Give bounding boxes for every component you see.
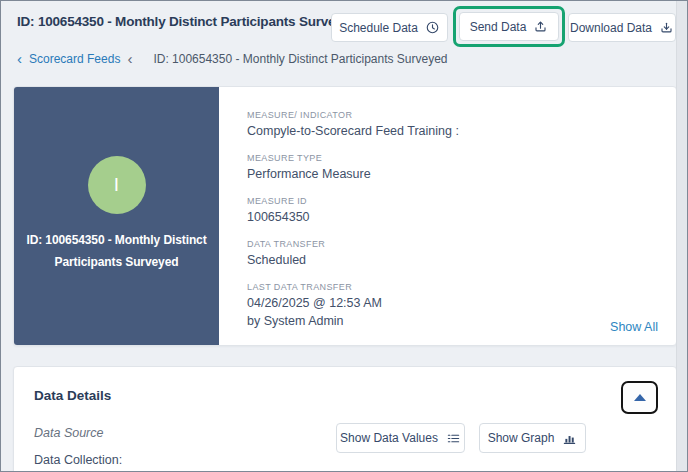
show-graph-label: Show Graph: [488, 431, 555, 445]
download-icon: [659, 20, 674, 35]
download-data-label: Download Data: [570, 21, 652, 35]
app-window: ID: 100654350 - Monthly Distinct Partici…: [0, 0, 688, 472]
schedule-data-button[interactable]: Schedule Data: [331, 13, 448, 42]
show-all-link[interactable]: Show All: [610, 320, 658, 334]
clock-icon: [425, 20, 440, 35]
send-data-label: Send Data: [470, 20, 527, 34]
data-details-card: Data Details Data Source Data Collection…: [13, 366, 677, 472]
collapse-section-button[interactable]: [621, 381, 658, 414]
measure-summary-card: I ID: 100654350 - Monthly Distinct Parti…: [13, 86, 677, 346]
breadcrumb-current: ID: 100654350 - Monthly Distinct Partici…: [153, 52, 447, 66]
show-graph-button[interactable]: Show Graph: [479, 423, 586, 453]
field-label: MEASURE TYPE: [247, 153, 656, 163]
breadcrumb: ‹ Scorecard Feeds ‹ ID: 100654350 - Mont…: [17, 52, 448, 66]
page-title: ID: 100654350 - Monthly Distinct Partici…: [17, 14, 358, 29]
breadcrumb-back-icon[interactable]: ‹: [17, 53, 22, 65]
field-byline: by System Admin: [247, 314, 656, 328]
field-value: 04/26/2025 @ 12:53 AM: [247, 295, 656, 312]
chevron-up-icon: [634, 394, 646, 401]
field-label: LAST DATA TRANSFER: [247, 282, 656, 292]
field-value: Performance Measure: [247, 166, 656, 183]
schedule-data-label: Schedule Data: [339, 21, 418, 35]
download-data-button[interactable]: Download Data: [568, 13, 676, 42]
upload-icon: [533, 19, 548, 34]
breadcrumb-link-scorecard-feeds[interactable]: Scorecard Feeds: [29, 52, 120, 66]
field-measure-type: MEASURE TYPE Performance Measure: [247, 153, 656, 183]
list-icon: [446, 431, 461, 446]
page-header: ID: 100654350 - Monthly Distinct Partici…: [17, 12, 385, 30]
field-label: DATA TRANSFER: [247, 239, 656, 249]
bar-chart-icon: [562, 431, 577, 446]
field-label: MEASURE/ INDICATOR: [247, 110, 656, 120]
show-data-values-label: Show Data Values: [340, 431, 438, 445]
data-source-label: Data Source: [34, 426, 103, 440]
field-measure-id: MEASURE ID 100654350: [247, 196, 656, 226]
measure-identity-panel: I ID: 100654350 - Monthly Distinct Parti…: [14, 87, 219, 345]
measure-details: MEASURE/ INDICATOR Compyle-to-Scorecard …: [247, 110, 656, 341]
field-last-data-transfer: LAST DATA TRANSFER 04/26/2025 @ 12:53 AM…: [247, 282, 656, 329]
send-data-highlight-annotation: Send Data: [453, 6, 565, 47]
field-data-transfer: DATA TRANSFER Scheduled: [247, 239, 656, 269]
field-value: Compyle-to-Scorecard Feed Training :: [247, 123, 656, 140]
show-data-values-button[interactable]: Show Data Values: [336, 423, 465, 453]
field-measure-indicator: MEASURE/ INDICATOR Compyle-to-Scorecard …: [247, 110, 656, 140]
field-value: Scheduled: [247, 252, 656, 269]
data-collection-label: Data Collection:: [34, 453, 122, 467]
field-label: MEASURE ID: [247, 196, 656, 206]
field-value: 100654350: [247, 209, 656, 226]
measure-panel-title: ID: 100654350 - Monthly Distinct Partici…: [19, 229, 215, 273]
data-details-title: Data Details: [34, 388, 111, 403]
measure-avatar: I: [88, 156, 146, 214]
vertical-scrollbar[interactable]: [676, 1, 687, 471]
send-data-button[interactable]: Send Data: [459, 12, 559, 41]
breadcrumb-separator-icon: ‹: [127, 53, 132, 65]
